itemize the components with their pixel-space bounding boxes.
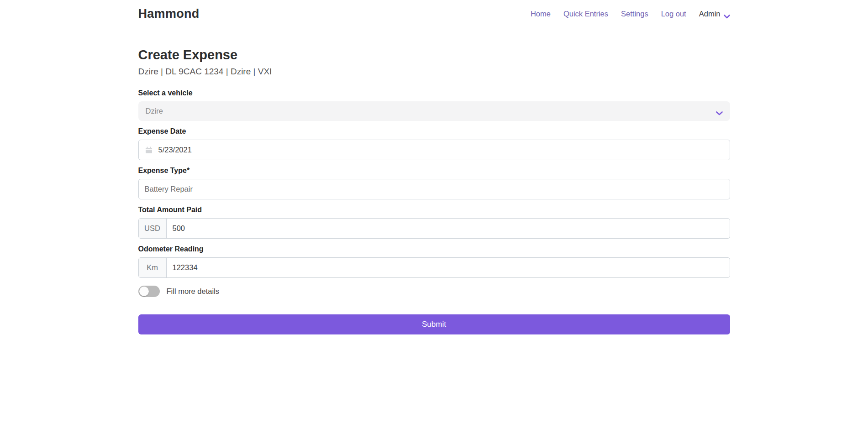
chevron-down-icon	[724, 12, 730, 16]
odometer-label: Odometer Reading	[138, 245, 730, 253]
odometer-group: Km	[138, 257, 730, 278]
expense-date-group	[138, 140, 730, 160]
user-menu-label: Admin	[699, 10, 721, 18]
create-expense-page: Create Expense Dzire | DL 9CAC 1234 | Dz…	[138, 47, 730, 334]
page-title: Create Expense	[138, 47, 730, 63]
chevron-down-icon	[716, 109, 723, 113]
brand-logo[interactable]: Hammond	[138, 7, 200, 21]
fill-more-details-label: Fill more details	[167, 287, 220, 296]
total-amount-input[interactable]	[167, 219, 730, 238]
nav-link-settings[interactable]: Settings	[621, 10, 648, 18]
submit-button[interactable]: Submit	[138, 314, 730, 334]
currency-addon: USD	[139, 219, 167, 238]
distance-unit-addon: Km	[139, 258, 167, 277]
nav-link-home[interactable]: Home	[531, 10, 551, 18]
expense-type-label: Expense Type*	[138, 167, 730, 175]
create-expense-form: Select a vehicle Dzire Expense Date Ex	[138, 89, 730, 334]
vehicle-select[interactable]: Dzire	[138, 101, 730, 121]
expense-date-label: Expense Date	[138, 127, 730, 136]
odometer-input[interactable]	[167, 258, 730, 277]
vehicle-select-label: Select a vehicle	[138, 89, 730, 97]
nav-link-logout[interactable]: Log out	[661, 10, 686, 18]
vehicle-summary: Dzire | DL 9CAC 1234 | Dzire | VXI	[138, 67, 730, 77]
user-menu-admin[interactable]: Admin	[699, 10, 730, 18]
toggle-knob	[139, 287, 149, 296]
vehicle-select-value: Dzire	[146, 107, 163, 115]
expense-type-input[interactable]	[139, 179, 730, 199]
top-navbar: Hammond Home Quick Entries Settings Log …	[0, 0, 868, 26]
fill-more-details-row: Fill more details	[138, 286, 730, 297]
expense-date-input[interactable]	[153, 140, 730, 160]
total-amount-group: USD	[138, 218, 730, 239]
expense-type-group	[138, 179, 730, 199]
main-nav: Home Quick Entries Settings Log out Admi…	[531, 10, 730, 18]
calendar-icon[interactable]	[145, 146, 153, 154]
total-amount-label: Total Amount Paid	[138, 206, 730, 214]
fill-more-details-toggle[interactable]	[138, 286, 160, 297]
nav-link-quick-entries[interactable]: Quick Entries	[563, 10, 608, 18]
